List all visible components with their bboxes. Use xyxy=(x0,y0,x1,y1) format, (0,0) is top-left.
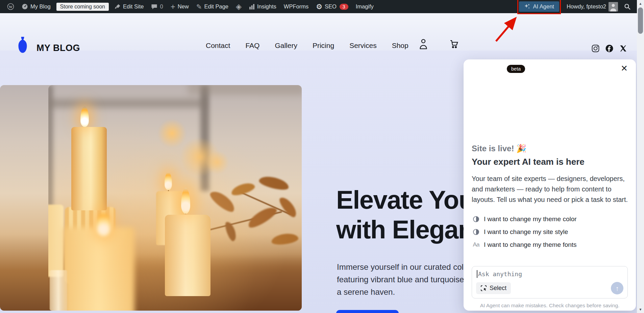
nav-pricing[interactable]: Pricing xyxy=(313,42,334,50)
ai-agent-label: AI Agent xyxy=(533,3,554,10)
comments-menu[interactable]: 0 xyxy=(147,0,167,13)
main-nav: Contact FAQ Gallery Pricing Services Sho… xyxy=(206,42,408,50)
nav-contact[interactable]: Contact xyxy=(206,42,230,50)
paintbrush-icon xyxy=(115,4,121,10)
instagram-icon[interactable] xyxy=(591,44,600,54)
seo-menu[interactable]: ⚙ SEO 3 xyxy=(312,0,352,13)
insights-label: Insights xyxy=(257,3,276,10)
ai-disclaimer: AI Agent can make mistakes. Check change… xyxy=(464,303,636,309)
plus-icon: + xyxy=(171,3,175,11)
new-label: New xyxy=(178,3,189,10)
hero-heading-line1: Elevate You xyxy=(336,185,474,215)
suggestion-theme-fonts[interactable]: Aa I want to change my theme fonts xyxy=(472,240,577,249)
site-title[interactable]: MY BLOG xyxy=(36,43,80,53)
site-logo-vase-icon[interactable] xyxy=(18,37,28,55)
my-blog-label: My Blog xyxy=(30,3,51,10)
imagify-menu[interactable]: Imagify xyxy=(352,0,377,13)
admin-bar-right: AI Agent Howdy, fptesto2 xyxy=(519,0,632,13)
store-coming-soon-badge: Store coming soon xyxy=(56,3,109,11)
hero-body-line1: Immerse yourself in our curated colle xyxy=(337,261,470,273)
hero-heading: Elevate You with Elegan xyxy=(336,185,474,244)
hero-body-line2: featuring vibrant blue and turquoise t xyxy=(337,273,470,286)
ai-agent-button[interactable]: AI Agent xyxy=(519,1,559,12)
search-icon xyxy=(624,3,631,10)
my-blog-menu[interactable]: My Blog xyxy=(18,0,54,13)
new-content-menu[interactable]: + New xyxy=(167,0,193,13)
howdy-label: Howdy, fptesto2 xyxy=(567,3,606,10)
panel-title: Your expert AI team is here xyxy=(472,157,585,167)
account-icon[interactable] xyxy=(418,38,428,51)
wpforms-menu[interactable]: WPForms xyxy=(280,0,312,13)
beta-badge: beta xyxy=(507,65,525,73)
x-twitter-icon[interactable] xyxy=(619,45,627,54)
browser-scrollbar[interactable]: ▲ ▼ xyxy=(637,0,644,313)
nav-faq[interactable]: FAQ xyxy=(245,42,259,50)
select-element-button[interactable]: Select xyxy=(476,282,511,294)
contrast-icon xyxy=(472,216,480,223)
scrollbar-down-arrow[interactable]: ▼ xyxy=(637,308,644,311)
suggestion-site-style[interactable]: I want to change my site style xyxy=(472,228,577,236)
edit-page-menu[interactable]: ✎ Edit Page xyxy=(193,0,232,13)
facebook-icon[interactable] xyxy=(605,44,614,54)
admin-search[interactable] xyxy=(623,0,632,13)
plugin-diamond-menu[interactable]: ◈ xyxy=(232,0,245,13)
suggestion-list: I want to change my theme color I want t… xyxy=(472,215,577,249)
bar-chart-icon xyxy=(249,4,255,9)
warm-glow-overlay xyxy=(48,85,302,311)
svg-text:W: W xyxy=(9,5,13,9)
seo-gear-icon: ⚙ xyxy=(316,3,322,10)
panel-description: Your team of site experts — designers, d… xyxy=(472,174,630,205)
scrollbar-thumb[interactable] xyxy=(638,7,643,34)
close-icon[interactable]: ✕ xyxy=(621,64,628,73)
hero-body-line3: a serene haven. xyxy=(337,286,470,298)
wp-admin-bar: W My Blog Store coming soon Edit Site 0 … xyxy=(0,0,637,13)
diamond-icon: ◈ xyxy=(236,3,242,10)
nav-shop[interactable]: Shop xyxy=(392,42,408,50)
wpforms-label: WPForms xyxy=(284,3,308,10)
imagify-label: Imagify xyxy=(356,3,374,10)
edit-site-label: Edit Site xyxy=(123,3,144,10)
hero-heading-line2: with Elegan xyxy=(336,215,474,244)
edit-page-label: Edit Page xyxy=(204,3,228,10)
panel-status-line: Site is live! 🎉 xyxy=(472,144,526,153)
send-button[interactable]: ↑ xyxy=(611,282,623,294)
select-label: Select xyxy=(490,285,506,292)
hero-candle-image xyxy=(48,85,302,311)
prompt-input-card: Select ↑ xyxy=(472,266,628,298)
ask-anything-input[interactable] xyxy=(478,270,620,278)
sparkles-icon xyxy=(524,3,530,10)
shop-now-button[interactable]: Shop Now xyxy=(336,310,399,313)
select-area-cursor-icon xyxy=(480,285,487,291)
comment-bubble-icon xyxy=(151,4,157,10)
suggestion-label: I want to change my site style xyxy=(484,228,568,236)
scrollbar-up-arrow[interactable]: ▲ xyxy=(637,2,644,5)
insights-menu[interactable]: Insights xyxy=(245,0,280,13)
cart-icon[interactable] xyxy=(449,39,459,50)
ai-agent-panel: beta ✕ Site is live! 🎉 Your expert AI te… xyxy=(464,59,636,311)
seo-count-badge: 3 xyxy=(340,4,348,10)
suggestion-theme-color[interactable]: I want to change my theme color xyxy=(472,215,577,224)
ai-agent-wrap: AI Agent xyxy=(519,1,559,12)
suggestion-label: I want to change my theme color xyxy=(484,215,577,223)
pencil-icon: ✎ xyxy=(196,3,202,10)
fonts-icon: Aa xyxy=(472,241,480,248)
edit-site-menu[interactable]: Edit Site xyxy=(111,0,147,13)
nav-gallery[interactable]: Gallery xyxy=(275,42,297,50)
wordpress-logo-icon: W xyxy=(7,3,14,10)
avatar xyxy=(609,2,618,11)
comments-count: 0 xyxy=(160,3,163,10)
seo-label: SEO xyxy=(325,3,337,10)
wordpress-menu[interactable]: W xyxy=(3,0,18,13)
howdy-account-menu[interactable]: Howdy, fptesto2 xyxy=(565,0,619,13)
hero-body-text: Immerse yourself in our curated colle fe… xyxy=(337,261,470,298)
contrast-icon xyxy=(472,229,480,235)
site-header: MY BLOG Contact FAQ Gallery Pricing Serv… xyxy=(0,13,644,51)
text-caret xyxy=(477,270,477,278)
suggestion-label: I want to change my theme fonts xyxy=(484,241,577,249)
nav-services[interactable]: Services xyxy=(349,42,377,50)
dashboard-gauge-icon xyxy=(22,3,28,10)
